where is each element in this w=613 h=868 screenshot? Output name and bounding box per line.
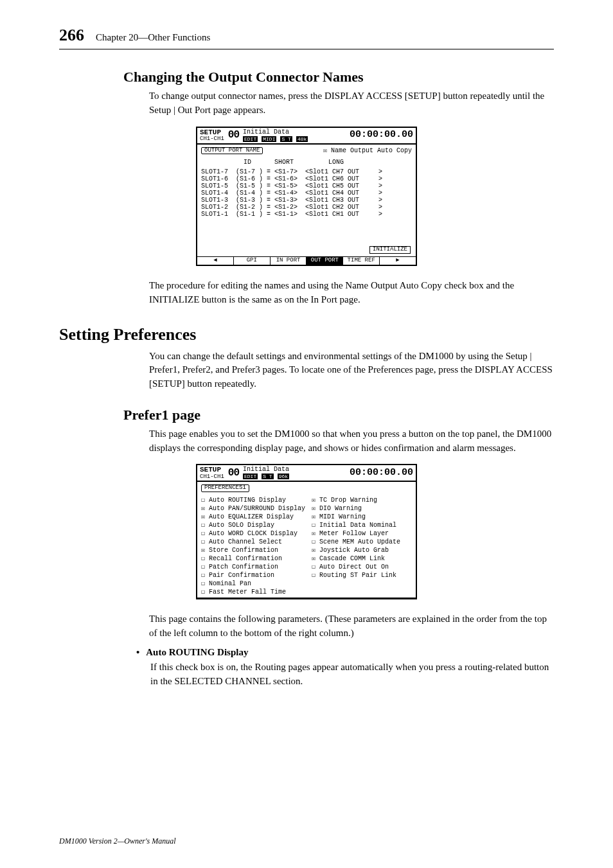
lcd-scene: Initial Data xyxy=(243,128,308,136)
lcd-badge: S T xyxy=(280,136,292,142)
pref-checkbox[interactable]: Routing ST Pair Link xyxy=(312,571,400,580)
page: 266 Chapter 20—Other Functions Changing … xyxy=(0,0,613,868)
lcd-rows: SLOT1-7 (S1-7 ) = <S1-7> <Slot1 CH7 OUT … xyxy=(197,168,416,220)
lcd-sub: CH1-CH1 xyxy=(200,474,224,481)
para: To change output connector names, press … xyxy=(59,89,554,118)
pref-checkbox[interactable]: Scene MEM Auto Update xyxy=(312,538,400,546)
lcd-timecode: 00:00:00.00 xyxy=(350,130,413,141)
pref-checkbox[interactable]: Auto Direct Out On xyxy=(312,563,400,571)
lcd-scene-no: 00 xyxy=(228,130,239,141)
lcd-sub: CH1-CH1 xyxy=(200,136,224,143)
lcd-edit-tag: EDIT xyxy=(243,136,258,142)
pref-checkbox[interactable]: Cascade COMM Link xyxy=(312,554,400,563)
bullet-item: • Auto ROUTING Display xyxy=(59,647,554,658)
para: This page contains the following paramet… xyxy=(59,612,554,641)
chapter-title: Chapter 20—Other Functions xyxy=(96,32,210,43)
lcd-pref-columns: Auto ROUTING DisplayAuto PAN/SURROUND Di… xyxy=(197,495,416,598)
heading-changing-output: Changing the Output Connector Names xyxy=(59,69,554,85)
heading-setting-preferences: Setting Preferences xyxy=(59,325,554,344)
lcd-title: SETUP xyxy=(200,466,224,474)
pref-checkbox[interactable]: DIO Warning xyxy=(312,504,400,513)
lcd-badge: 48k xyxy=(296,136,308,142)
initialize-button[interactable]: INITIALIZE xyxy=(369,246,411,254)
lcd-prefer1: SETUP CH1-CH1 00 Initial Data EDIT S T 9… xyxy=(196,464,417,599)
tab-in port[interactable]: IN PORT xyxy=(270,257,306,265)
figure-out-port: SETUP CH1-CH1 00 Initial Data EDIT MIDI … xyxy=(59,127,554,267)
pref-checkbox[interactable]: Auto ROUTING Display xyxy=(201,496,305,504)
lcd-edit-tag: EDIT xyxy=(243,474,258,479)
heading-prefer1: Prefer1 page xyxy=(59,407,554,423)
lcd-badge: S T xyxy=(262,474,273,479)
lcd-out-port: SETUP CH1-CH1 00 Initial Data EDIT MIDI … xyxy=(196,127,417,267)
lcd-page-tab: OUTPUT PORT NAME xyxy=(201,147,263,155)
pref-checkbox[interactable]: Auto PAN/SURROUND Display xyxy=(201,504,305,513)
lcd-badge: MIDI xyxy=(262,136,276,142)
bullet-label: Auto ROUTING Display xyxy=(146,647,248,658)
running-head: 266 Chapter 20—Other Functions xyxy=(59,26,554,49)
lcd-badge: 96k xyxy=(278,474,289,479)
bullet-marker: • xyxy=(136,647,139,658)
pref-checkbox[interactable]: Recall Confirmation xyxy=(201,554,305,563)
pref-checkbox[interactable]: Fast Meter Fall Time xyxy=(201,588,305,596)
tab-next[interactable]: ▶ xyxy=(379,257,416,265)
lcd-auto-copy: ☒ Name Output Auto Copy xyxy=(323,147,412,154)
pref-checkbox[interactable]: Auto Channel Select xyxy=(201,538,305,546)
lcd-scene-no: 00 xyxy=(228,468,239,479)
pref-checkbox[interactable]: Patch Confirmation xyxy=(201,563,305,571)
tab-time ref[interactable]: TIME REF xyxy=(342,257,379,265)
lcd-badges: MIDI S T 48k xyxy=(262,136,308,143)
bullet-body: If this check box is on, the Routing pag… xyxy=(59,660,554,689)
page-number: 266 xyxy=(59,26,84,45)
lcd-col-header: ID SHORT LONG xyxy=(197,157,416,168)
pref-checkbox[interactable]: MIDI Warning xyxy=(312,513,400,521)
para: This page enables you to set the DM1000 … xyxy=(59,427,554,456)
lcd-timecode: 00:00:00.00 xyxy=(350,468,413,479)
lcd-title: SETUP xyxy=(200,128,224,136)
lcd-tabbar xyxy=(197,598,416,598)
tab-out port[interactable]: OUT PORT xyxy=(306,257,342,265)
lcd-tabbar: ◀GPIIN PORTOUT PORTTIME REF▶ xyxy=(197,256,416,265)
lcd-scene: Initial Data xyxy=(243,466,289,473)
para: You can change the default settings and … xyxy=(59,350,554,391)
pref-checkbox[interactable]: Auto WORD CLOCK Display xyxy=(201,529,305,538)
pref-checkbox[interactable]: Initial Data Nominal xyxy=(312,521,400,529)
pref-checkbox[interactable]: Store Confirmation xyxy=(201,546,305,554)
pref-checkbox[interactable]: TC Drop Warning xyxy=(312,496,400,504)
pref-checkbox[interactable]: Auto EQUALIZER Display xyxy=(201,513,305,521)
figure-prefer1: SETUP CH1-CH1 00 Initial Data EDIT S T 9… xyxy=(59,464,554,599)
pref-checkbox[interactable]: Meter Follow Layer xyxy=(312,529,400,538)
pref-checkbox[interactable]: Joystick Auto Grab xyxy=(312,546,400,554)
pref-checkbox[interactable]: Auto SOLO Display xyxy=(201,521,305,529)
pref-checkbox[interactable]: Pair Confirmation xyxy=(201,571,305,580)
tab-gpi[interactable]: GPI xyxy=(233,257,270,265)
lcd-badges: S T 96k xyxy=(262,473,289,480)
lcd-page-tab: PREFERENCES1 xyxy=(201,484,249,492)
tab-prev[interactable]: ◀ xyxy=(197,257,233,265)
para: The procedure for editing the names and … xyxy=(59,279,554,307)
footer: DM1000 Version 2—Owner's Manual xyxy=(59,837,176,846)
pref-checkbox[interactable]: Nominal Pan xyxy=(201,580,305,588)
